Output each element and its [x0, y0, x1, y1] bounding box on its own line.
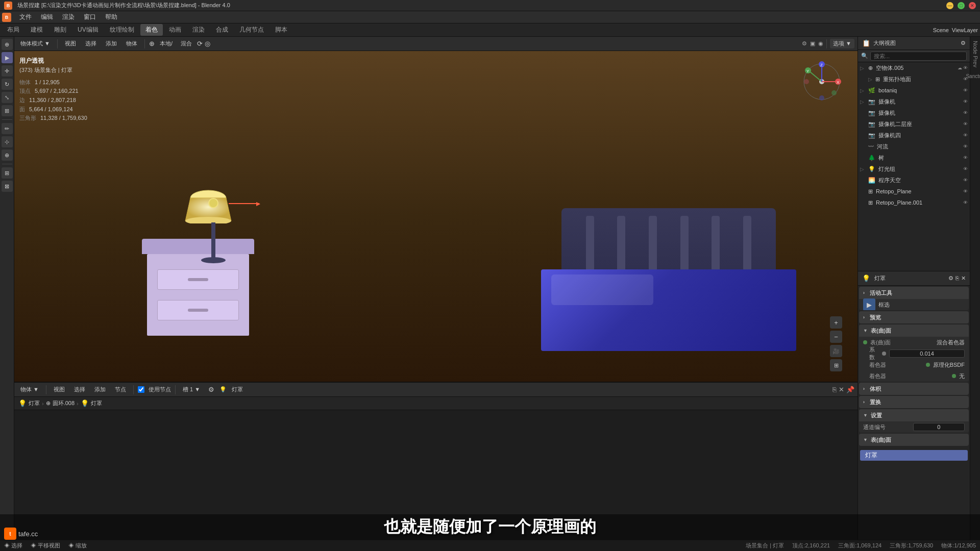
- outliner-item-10[interactable]: 🌅 程序天空 👁: [858, 174, 970, 186]
- lamp-icon-node[interactable]: 💡: [216, 385, 230, 394]
- rotate-tool[interactable]: ↻: [2, 79, 13, 90]
- measure-tool[interactable]: ⊹: [2, 136, 13, 147]
- node-node-btn[interactable]: 节点: [112, 385, 129, 394]
- outliner-item-12[interactable]: ⊞ Retopo_Plane.001 👁: [858, 197, 970, 208]
- local-btn[interactable]: 本地/: [157, 39, 176, 48]
- status-move[interactable]: ◈ 平移视图: [31, 542, 60, 549]
- tab-texture-paint[interactable]: 纹理绘制: [105, 24, 139, 36]
- preview-header[interactable]: › 预览: [859, 311, 969, 323]
- side-icon-1[interactable]: Sanctus: [966, 73, 980, 79]
- grid-btn[interactable]: ⊞: [830, 359, 842, 371]
- menu-help[interactable]: 帮助: [101, 12, 121, 22]
- zoom-in-btn[interactable]: +: [830, 316, 842, 329]
- object-btn[interactable]: 物体: [123, 39, 140, 48]
- use-nodes-checkbox[interactable]: [138, 386, 144, 393]
- menu-render[interactable]: 渲染: [58, 12, 79, 22]
- zoom-out-btn[interactable]: −: [830, 331, 842, 343]
- close-button[interactable]: ✕: [969, 2, 976, 9]
- select-tool[interactable]: ▶: [2, 52, 13, 63]
- select-tool-icon[interactable]: ▶: [863, 298, 875, 310]
- viewport-overlay-btn[interactable]: 选项 ▼: [830, 39, 854, 48]
- pivot-btn[interactable]: 混合: [178, 39, 195, 48]
- props-copy-icon[interactable]: ⎘: [955, 275, 959, 282]
- status-select[interactable]: ◈ 选择: [4, 542, 22, 549]
- extra-tool-2[interactable]: ⊠: [2, 181, 13, 192]
- shader1-row: 着色器 原理化BSDF: [859, 359, 969, 370]
- settings-header[interactable]: ▼ 设置: [859, 409, 969, 421]
- breadcrumb-shade[interactable]: 灯罩: [91, 399, 102, 407]
- node-close-icon[interactable]: ✕: [839, 386, 844, 393]
- displacement-header[interactable]: › 置换: [859, 396, 969, 408]
- lamp-name-badge[interactable]: 灯罩: [860, 450, 968, 461]
- tab-render[interactable]: 渲染: [187, 24, 210, 36]
- outliner-item-3[interactable]: ▷ 📷 摄像机 👁: [858, 96, 970, 107]
- transform-tool[interactable]: ⊞: [2, 105, 13, 116]
- outliner-item-2[interactable]: ▷ 🌿 botaniq 👁: [858, 85, 970, 96]
- outliner-search-input[interactable]: [870, 52, 967, 61]
- status-zoom[interactable]: ◈ 缩放: [68, 542, 87, 549]
- breadcrumb-lamp[interactable]: 灯罩: [29, 399, 40, 407]
- surface2-header[interactable]: ▼ 表(曲)面: [859, 434, 969, 446]
- coeff-input[interactable]: [889, 349, 965, 358]
- node-breadcrumb: 💡 灯罩 › ⊕ 圆环.008 › 💡 灯罩: [14, 397, 857, 410]
- camera-view-btn[interactable]: 🎥: [830, 345, 842, 357]
- minimize-button[interactable]: —: [946, 2, 953, 9]
- scale-tool[interactable]: ⤡: [2, 92, 13, 103]
- node-view-btn[interactable]: 视图: [51, 385, 68, 394]
- props-expand-icon[interactable]: ⚙: [948, 275, 953, 282]
- props-x-icon[interactable]: ✕: [961, 275, 966, 282]
- view-btn[interactable]: 视图: [62, 39, 79, 48]
- viewport-3d[interactable]: 用户透视 (373) 场景集合 | 灯罩 物体 1 / 12,905 顶点 5,…: [14, 51, 857, 382]
- tab-scripting[interactable]: 脚本: [270, 24, 292, 36]
- tab-geometry-nodes[interactable]: 几何节点: [234, 24, 269, 36]
- maximize-button[interactable]: □: [958, 2, 965, 9]
- outliner-item-7[interactable]: 〰 河流 👁: [858, 141, 970, 152]
- slot-btn[interactable]: 槽 1 ▼: [180, 385, 203, 394]
- channel-input[interactable]: [913, 423, 965, 431]
- node-toolbar: 物体 ▼ 视图 选择 添加 节点 使用节点 槽 1 ▼ ⚙ 💡 灯罩: [14, 383, 857, 397]
- tab-shading[interactable]: 着色: [140, 24, 163, 36]
- node-object-mode-btn[interactable]: 物体 ▼: [17, 385, 42, 394]
- menu-edit[interactable]: 编辑: [37, 12, 57, 22]
- outliner-filter-icon[interactable]: ⚙: [961, 40, 966, 46]
- outliner-item-9[interactable]: ▷ 💡 灯光组 👁: [858, 163, 970, 174]
- extra-tool-1[interactable]: ⊞: [2, 167, 13, 179]
- cursor-tool[interactable]: ⊕: [2, 39, 13, 50]
- tab-modeling[interactable]: 建模: [26, 24, 48, 36]
- tab-layout[interactable]: 布局: [2, 24, 24, 36]
- use-nodes-label: 使用节点: [149, 386, 171, 393]
- active-tools-header[interactable]: › 活动工具: [859, 287, 969, 299]
- tab-animation[interactable]: 动画: [164, 24, 186, 36]
- node-sep2: [133, 385, 134, 394]
- node-select-btn[interactable]: 选择: [71, 385, 88, 394]
- nav-gizmo[interactable]: X Y Z: [801, 61, 842, 102]
- annotate-tool[interactable]: ✏: [2, 123, 13, 134]
- shader2-row: 着色器 无: [859, 370, 969, 382]
- outliner-item-4[interactable]: 📷 摄像机 👁: [858, 107, 970, 118]
- outliner-item-6[interactable]: 📷 摄像机四 👁: [858, 130, 970, 141]
- node-pin-icon[interactable]: 📌: [846, 386, 854, 393]
- props-title: 灯罩: [874, 274, 886, 282]
- node-add-btn[interactable]: 添加: [91, 385, 109, 394]
- move-tool[interactable]: ✛: [2, 65, 13, 77]
- menu-file[interactable]: 文件: [15, 12, 36, 22]
- node-copy-icon[interactable]: ⎘: [832, 386, 837, 393]
- tab-sculpt[interactable]: 雕刻: [49, 24, 71, 36]
- outliner-item-8[interactable]: 🌲 树 👁: [858, 152, 970, 163]
- watermark-text: tafe.cc: [18, 530, 38, 538]
- outliner-item-0[interactable]: ▷ ⊕ 空物体.005 ☁ 👁: [858, 62, 970, 73]
- breadcrumb-ring[interactable]: 圆环.008: [53, 399, 75, 407]
- outliner-item-1[interactable]: ▷ ⊞ 重拓扑地面 👁: [858, 73, 970, 85]
- menu-window[interactable]: 窗口: [80, 12, 100, 22]
- add-btn[interactable]: 添加: [103, 39, 120, 48]
- volume-header[interactable]: › 体积: [859, 383, 969, 395]
- select-btn[interactable]: 选择: [82, 39, 100, 48]
- outliner-item-5[interactable]: 📷 摄像机二层座 👁: [858, 118, 970, 130]
- object-mode-btn[interactable]: 物体模式 ▼: [17, 39, 53, 48]
- add-tool[interactable]: ⊕: [2, 149, 13, 161]
- tab-compositing[interactable]: 合成: [211, 24, 233, 36]
- outliner-item-11[interactable]: ⊞ Retopo_Plane 👁: [858, 186, 970, 197]
- subtitle-text: 也就是随便加了一个原理画的: [384, 516, 596, 538]
- tab-uv[interactable]: UV编辑: [72, 24, 104, 36]
- surface-header[interactable]: ▼ 表(曲)面: [859, 324, 969, 337]
